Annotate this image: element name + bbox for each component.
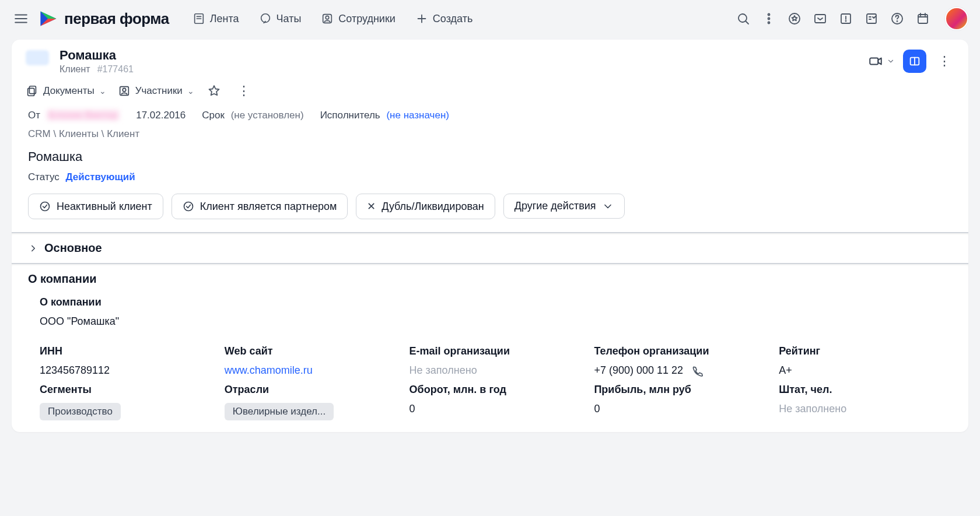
action-duplicate[interactable]: ✕ Дубль/Ликвидирован	[356, 194, 495, 219]
logo-icon	[37, 8, 58, 29]
svg-rect-35	[28, 89, 34, 96]
svg-line-15	[746, 21, 748, 24]
svg-point-37	[123, 89, 126, 92]
from-value: Блохин Виктор	[47, 110, 120, 121]
value-email: Не заполнено	[410, 364, 571, 377]
section-main-label: Основное	[44, 241, 102, 255]
label-industries: Отрасли	[225, 384, 386, 396]
label-phone: Телефон организации	[594, 345, 755, 357]
label-rating: Рейтинг	[779, 345, 940, 357]
plus-icon	[415, 12, 428, 25]
client-thumbnail	[26, 50, 49, 65]
fields-grid: ИНН Web сайт E-mail организации Телефон …	[12, 339, 968, 432]
svg-rect-34	[29, 86, 36, 94]
client-title: Ромашка	[60, 48, 134, 63]
svg-point-23	[846, 21, 846, 22]
nav-create[interactable]: Создать	[411, 9, 477, 29]
close-icon: ✕	[367, 200, 376, 213]
chevron-down-icon	[602, 201, 614, 212]
action-other-label: Другие действия	[514, 200, 596, 212]
from-label: От	[28, 110, 40, 121]
video-icon	[868, 54, 883, 69]
logo[interactable]: первая форма	[37, 8, 169, 29]
svg-point-17	[768, 18, 770, 20]
tasks-button[interactable]	[863, 10, 880, 27]
nav-chats-label: Чаты	[276, 13, 302, 25]
phone-number[interactable]: +7 (900) 000 11 22	[594, 364, 683, 377]
nav-chats[interactable]: Чаты	[254, 9, 306, 29]
created-date: 17.02.2016	[136, 110, 186, 121]
value-phone[interactable]: +7 (900) 000 11 22	[594, 364, 755, 377]
status-row: Статус Действующий	[12, 169, 968, 191]
logo-text: первая форма	[64, 10, 169, 28]
industry-tag[interactable]: Ювелирные издел...	[225, 403, 334, 420]
check-circle-icon	[183, 201, 194, 212]
help-button[interactable]	[889, 10, 905, 27]
action-inactive-label: Неактивный клиент	[57, 201, 152, 213]
alerts-button[interactable]	[838, 10, 854, 27]
toolbar-more-button[interactable]: ⋮	[234, 83, 254, 99]
search-button[interactable]	[735, 10, 751, 27]
menu-toggle[interactable]	[12, 9, 30, 28]
calendar-button[interactable]	[915, 10, 931, 27]
chevron-right-icon	[28, 243, 38, 254]
more-vertical-button[interactable]	[761, 10, 777, 27]
documents-menu[interactable]: Документы ⌄	[26, 85, 106, 97]
nav-create-label: Создать	[433, 13, 473, 25]
breadcrumb[interactable]: CRM \ Клиенты \ Клиент	[12, 124, 968, 145]
topbar: первая форма Лента Чаты Сотрудники Созда…	[0, 0, 980, 37]
action-inactive-client[interactable]: Неактивный клиент	[28, 194, 163, 219]
card-toolbar: Документы ⌄ Участники ⌄ ⋮	[12, 79, 968, 106]
action-partner-label: Клиент является партнером	[200, 201, 337, 213]
status-value[interactable]: Действующий	[65, 171, 135, 182]
video-call-button[interactable]	[868, 54, 895, 69]
section-about-title: О компании	[12, 263, 968, 290]
card-header: Ромашка Клиент #177461 ⋮	[12, 40, 968, 79]
value-industries[interactable]: Ювелирные издел...	[225, 403, 386, 420]
record-card: Ромашка Клиент #177461 ⋮ Документы ⌄	[12, 40, 968, 432]
actions-row: Неактивный клиент Клиент является партне…	[12, 191, 968, 232]
phone-icon[interactable]	[691, 365, 703, 377]
user-avatar[interactable]	[945, 7, 968, 30]
chevron-down-icon	[887, 57, 895, 65]
nav-feed[interactable]: Лента	[188, 9, 244, 29]
assignee-value[interactable]: (не назначен)	[386, 110, 449, 121]
segment-tag[interactable]: Производство	[40, 403, 121, 420]
svg-point-18	[768, 22, 770, 24]
nav-employees-label: Сотрудники	[338, 13, 396, 25]
layout-columns-button[interactable]	[903, 50, 926, 73]
label-segments: Сегменты	[40, 384, 201, 396]
value-segments[interactable]: Производство	[40, 403, 201, 420]
assignee-label: Исполнитель	[320, 110, 380, 121]
label-turnover: Оборот, млн. в год	[410, 384, 571, 396]
status-label: Статус	[28, 171, 60, 182]
svg-rect-27	[918, 15, 928, 23]
card-more-button[interactable]: ⋮	[935, 54, 954, 69]
action-other[interactable]: Другие действия	[503, 194, 625, 219]
svg-rect-20	[815, 15, 825, 23]
svg-point-11	[326, 16, 330, 19]
svg-rect-24	[867, 14, 876, 23]
value-website[interactable]: www.chamomile.ru	[225, 364, 386, 377]
participants-menu[interactable]: Участники ⌄	[118, 85, 194, 97]
participants-label: Участники	[135, 85, 183, 97]
inbox-icon	[813, 12, 827, 26]
inbox-button[interactable]	[812, 10, 828, 27]
action-duplicate-label: Дубль/Ликвидирован	[382, 201, 484, 213]
search-icon	[736, 12, 750, 26]
nav-employees[interactable]: Сотрудники	[316, 9, 400, 29]
label-staff: Штат, чел.	[779, 384, 940, 396]
value-profit: 0	[594, 403, 755, 420]
label-inn: ИНН	[40, 345, 201, 357]
svg-point-38	[41, 202, 50, 211]
about-company-name: ООО "Ромашка"	[12, 312, 968, 339]
chat-icon	[259, 12, 272, 25]
meta-row: От Блохин Виктор 17.02.2016 Срок (не уст…	[12, 106, 968, 124]
favorite-toggle[interactable]	[206, 83, 222, 99]
favorites-button[interactable]	[786, 10, 803, 27]
deadline-value: (не установлен)	[231, 110, 304, 121]
action-partner[interactable]: Клиент является партнером	[172, 194, 348, 219]
svg-point-26	[897, 21, 898, 22]
section-main-toggle[interactable]: Основное	[12, 232, 968, 263]
about-group-label: О компании	[12, 290, 968, 312]
